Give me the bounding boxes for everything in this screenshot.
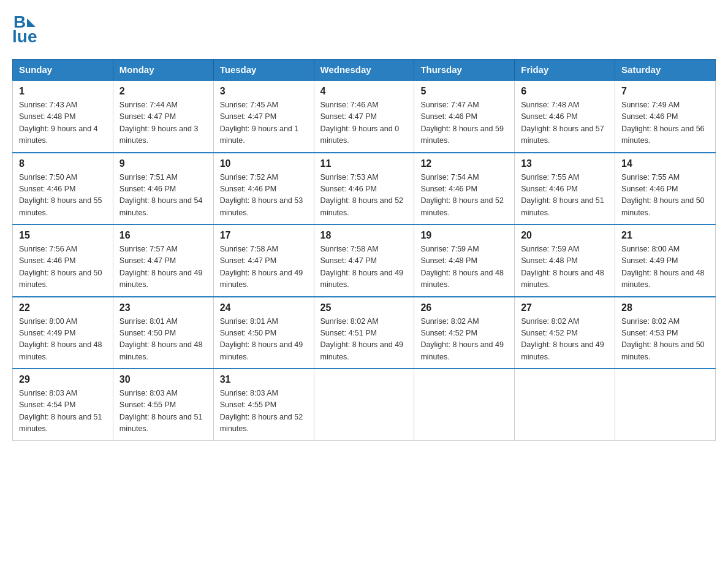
day-info: Sunrise: 8:01 AMSunset: 4:50 PMDaylight:… — [220, 316, 308, 364]
day-number: 26 — [420, 302, 508, 313]
calendar-cell: 14Sunrise: 7:55 AMSunset: 4:46 PMDayligh… — [615, 153, 716, 225]
calendar-cell: 20Sunrise: 7:59 AMSunset: 4:48 PMDayligh… — [515, 224, 615, 297]
day-number: 21 — [621, 230, 709, 241]
calendar-cell: 10Sunrise: 7:52 AMSunset: 4:46 PMDayligh… — [213, 153, 314, 225]
day-info: Sunrise: 8:03 AMSunset: 4:54 PMDaylight:… — [19, 388, 107, 435]
day-info: Sunrise: 7:55 AMSunset: 4:46 PMDaylight:… — [621, 172, 709, 220]
day-info: Sunrise: 7:52 AMSunset: 4:46 PMDaylight:… — [220, 172, 308, 220]
calendar-week-row: 15Sunrise: 7:56 AMSunset: 4:46 PMDayligh… — [13, 224, 716, 297]
calendar-cell — [414, 369, 515, 440]
day-info: Sunrise: 7:48 AMSunset: 4:46 PMDaylight:… — [521, 99, 609, 147]
calendar-cell: 26Sunrise: 8:02 AMSunset: 4:52 PMDayligh… — [414, 297, 515, 369]
calendar-cell — [314, 369, 414, 440]
calendar-header-row: SundayMondayTuesdayWednesdayThursdayFrid… — [13, 59, 716, 81]
calendar-cell: 7Sunrise: 7:49 AMSunset: 4:46 PMDaylight… — [615, 80, 716, 153]
day-number: 5 — [420, 86, 508, 97]
calendar-cell: 23Sunrise: 8:01 AMSunset: 4:50 PMDayligh… — [113, 297, 213, 369]
calendar-cell: 13Sunrise: 7:55 AMSunset: 4:46 PMDayligh… — [515, 153, 615, 225]
calendar-week-row: 29Sunrise: 8:03 AMSunset: 4:54 PMDayligh… — [13, 369, 716, 440]
calendar-cell: 22Sunrise: 8:00 AMSunset: 4:49 PMDayligh… — [13, 297, 113, 369]
day-of-week-header: Tuesday — [213, 59, 314, 81]
day-number: 24 — [220, 302, 308, 313]
calendar-cell: 21Sunrise: 8:00 AMSunset: 4:49 PMDayligh… — [615, 224, 716, 297]
calendar-cell: 4Sunrise: 7:46 AMSunset: 4:47 PMDaylight… — [314, 80, 414, 153]
day-info: Sunrise: 8:03 AMSunset: 4:55 PMDaylight:… — [220, 388, 308, 435]
day-info: Sunrise: 7:59 AMSunset: 4:48 PMDaylight:… — [521, 243, 609, 291]
day-info: Sunrise: 7:56 AMSunset: 4:46 PMDaylight:… — [19, 243, 107, 291]
calendar-cell: 27Sunrise: 8:02 AMSunset: 4:52 PMDayligh… — [515, 297, 615, 369]
day-info: Sunrise: 7:50 AMSunset: 4:46 PMDaylight:… — [19, 172, 107, 220]
day-number: 17 — [220, 230, 308, 241]
day-info: Sunrise: 7:47 AMSunset: 4:46 PMDaylight:… — [420, 99, 508, 147]
calendar-week-row: 1Sunrise: 7:43 AMSunset: 4:48 PMDaylight… — [13, 80, 716, 153]
day-info: Sunrise: 7:58 AMSunset: 4:47 PMDaylight:… — [320, 243, 408, 291]
day-info: Sunrise: 7:51 AMSunset: 4:46 PMDaylight:… — [119, 172, 207, 220]
day-number: 15 — [19, 230, 107, 241]
day-number: 25 — [320, 302, 408, 313]
logo-arrow-icon — [27, 18, 36, 27]
calendar-table: SundayMondayTuesdayWednesdayThursdayFrid… — [12, 59, 716, 441]
calendar-cell: 30Sunrise: 8:03 AMSunset: 4:55 PMDayligh… — [113, 369, 213, 440]
page-header: B lue — [12, 12, 716, 47]
day-number: 28 — [621, 302, 709, 313]
day-info: Sunrise: 7:58 AMSunset: 4:47 PMDaylight:… — [220, 243, 308, 291]
day-number: 30 — [119, 374, 207, 385]
calendar-cell — [515, 369, 615, 440]
calendar-cell: 29Sunrise: 8:03 AMSunset: 4:54 PMDayligh… — [13, 369, 113, 440]
calendar-cell: 17Sunrise: 7:58 AMSunset: 4:47 PMDayligh… — [213, 224, 314, 297]
day-number: 22 — [19, 302, 107, 313]
day-number: 29 — [19, 374, 107, 385]
day-info: Sunrise: 7:43 AMSunset: 4:48 PMDaylight:… — [19, 99, 107, 147]
day-number: 7 — [621, 86, 709, 97]
day-info: Sunrise: 8:02 AMSunset: 4:51 PMDaylight:… — [320, 316, 408, 364]
calendar-cell: 11Sunrise: 7:53 AMSunset: 4:46 PMDayligh… — [314, 153, 414, 225]
day-number: 9 — [119, 158, 207, 169]
logo-blue-rest: lue — [12, 27, 37, 47]
day-info: Sunrise: 7:53 AMSunset: 4:46 PMDaylight:… — [320, 172, 408, 220]
day-of-week-header: Thursday — [414, 59, 515, 81]
calendar-cell: 2Sunrise: 7:44 AMSunset: 4:47 PMDaylight… — [113, 80, 213, 153]
calendar-cell: 1Sunrise: 7:43 AMSunset: 4:48 PMDaylight… — [13, 80, 113, 153]
calendar-cell: 24Sunrise: 8:01 AMSunset: 4:50 PMDayligh… — [213, 297, 314, 369]
day-number: 18 — [320, 230, 408, 241]
day-number: 4 — [320, 86, 408, 97]
day-info: Sunrise: 8:02 AMSunset: 4:52 PMDaylight:… — [521, 316, 609, 364]
day-of-week-header: Sunday — [13, 59, 113, 81]
logo: B lue — [12, 12, 37, 47]
day-info: Sunrise: 7:54 AMSunset: 4:46 PMDaylight:… — [420, 172, 508, 220]
day-number: 2 — [119, 86, 207, 97]
day-info: Sunrise: 7:59 AMSunset: 4:48 PMDaylight:… — [420, 243, 508, 291]
day-info: Sunrise: 8:03 AMSunset: 4:55 PMDaylight:… — [119, 388, 207, 435]
day-info: Sunrise: 8:00 AMSunset: 4:49 PMDaylight:… — [621, 243, 709, 291]
day-info: Sunrise: 8:00 AMSunset: 4:49 PMDaylight:… — [19, 316, 107, 364]
day-number: 27 — [521, 302, 609, 313]
day-number: 1 — [19, 86, 107, 97]
day-info: Sunrise: 8:01 AMSunset: 4:50 PMDaylight:… — [119, 316, 207, 364]
calendar-cell: 15Sunrise: 7:56 AMSunset: 4:46 PMDayligh… — [13, 224, 113, 297]
calendar-cell: 16Sunrise: 7:57 AMSunset: 4:47 PMDayligh… — [113, 224, 213, 297]
calendar-cell — [615, 369, 716, 440]
day-number: 19 — [420, 230, 508, 241]
day-number: 31 — [220, 374, 308, 385]
day-of-week-header: Wednesday — [314, 59, 414, 81]
day-number: 6 — [521, 86, 609, 97]
day-info: Sunrise: 7:57 AMSunset: 4:47 PMDaylight:… — [119, 243, 207, 291]
day-number: 11 — [320, 158, 408, 169]
calendar-cell: 5Sunrise: 7:47 AMSunset: 4:46 PMDaylight… — [414, 80, 515, 153]
day-number: 13 — [521, 158, 609, 169]
calendar-cell: 8Sunrise: 7:50 AMSunset: 4:46 PMDaylight… — [13, 153, 113, 225]
day-info: Sunrise: 7:49 AMSunset: 4:46 PMDaylight:… — [621, 99, 709, 147]
day-number: 8 — [19, 158, 107, 169]
day-number: 12 — [420, 158, 508, 169]
day-info: Sunrise: 7:55 AMSunset: 4:46 PMDaylight:… — [521, 172, 609, 220]
calendar-cell: 28Sunrise: 8:02 AMSunset: 4:53 PMDayligh… — [615, 297, 716, 369]
day-of-week-header: Friday — [515, 59, 615, 81]
day-number: 10 — [220, 158, 308, 169]
day-number: 23 — [119, 302, 207, 313]
day-number: 3 — [220, 86, 308, 97]
calendar-cell: 31Sunrise: 8:03 AMSunset: 4:55 PMDayligh… — [213, 369, 314, 440]
day-info: Sunrise: 8:02 AMSunset: 4:52 PMDaylight:… — [420, 316, 508, 364]
day-number: 20 — [521, 230, 609, 241]
calendar-cell: 25Sunrise: 8:02 AMSunset: 4:51 PMDayligh… — [314, 297, 414, 369]
day-info: Sunrise: 8:02 AMSunset: 4:53 PMDaylight:… — [621, 316, 709, 364]
